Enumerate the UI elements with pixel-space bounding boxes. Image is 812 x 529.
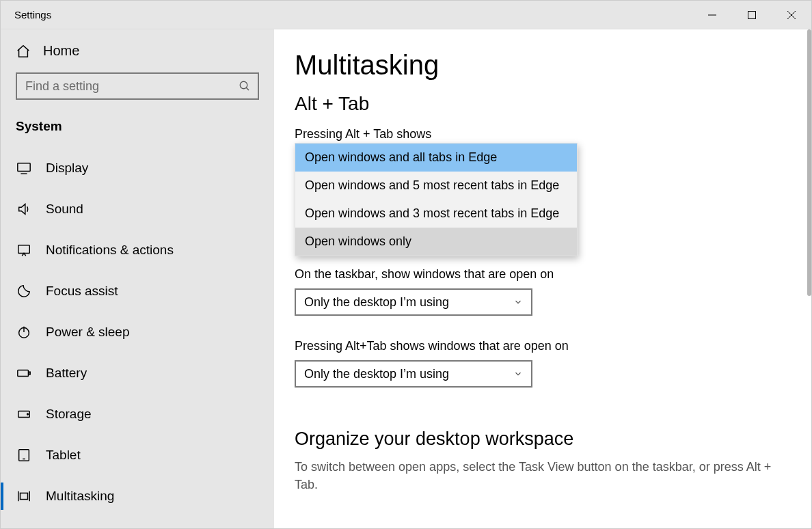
alttab-windows-field-label: Pressing Alt+Tab shows windows that are … — [295, 339, 787, 353]
sidebar-item-notifications[interactable]: Notifications & actions — [1, 230, 274, 271]
battery-icon — [16, 366, 32, 381]
sidebar-item-label: Notifications & actions — [46, 243, 174, 258]
notifications-icon — [16, 243, 32, 258]
sidebar-item-label: Multitasking — [46, 489, 114, 504]
tablet-icon — [16, 448, 32, 463]
alttab-windows-select[interactable]: Only the desktop I’m using — [295, 360, 532, 388]
scrollbar-thumb[interactable] — [807, 29, 811, 296]
minimize-button[interactable] — [692, 1, 732, 29]
sidebar-item-label: Focus assist — [46, 284, 118, 299]
sound-icon — [16, 202, 32, 217]
sidebar-item-label: Storage — [46, 407, 92, 422]
svg-rect-11 — [18, 370, 29, 376]
close-button[interactable] — [772, 1, 811, 29]
main-pane: Multitasking Alt + Tab Pressing Alt + Ta… — [274, 29, 811, 528]
sidebar-home-label: Home — [43, 43, 79, 59]
alttab-windows-select-value: Only the desktop I’m using — [304, 367, 449, 381]
sidebar-item-label: Sound — [46, 202, 83, 217]
window-body: Home System Display — [1, 29, 811, 528]
svg-rect-12 — [29, 372, 30, 375]
sidebar-item-focus-assist[interactable]: Focus assist — [1, 271, 274, 312]
dropdown-option[interactable]: Open windows and all tabs in Edge — [295, 144, 577, 172]
alt-tab-dropdown[interactable]: Open windows and all tabs in Edge Open w… — [295, 143, 578, 256]
power-icon — [16, 325, 32, 340]
scrollbar[interactable] — [807, 29, 811, 528]
sidebar-item-tablet[interactable]: Tablet — [1, 435, 274, 476]
sidebar: Home System Display — [1, 29, 274, 528]
svg-point-14 — [27, 413, 29, 415]
organize-body: To switch between open apps, select the … — [295, 458, 787, 493]
sidebar-item-sound[interactable]: Sound — [1, 189, 274, 230]
sidebar-item-multitasking[interactable]: Multitasking — [1, 476, 274, 517]
svg-rect-8 — [18, 245, 30, 254]
main-content: Multitasking Alt + Tab Pressing Alt + Ta… — [274, 29, 807, 528]
sidebar-item-label: Display — [46, 161, 88, 176]
window-title: Settings — [14, 9, 51, 21]
svg-rect-19 — [21, 493, 28, 499]
alt-tab-heading: Alt + Tab — [295, 93, 787, 115]
search-icon — [239, 80, 251, 92]
dropdown-option[interactable]: Open windows and 3 most recent tabs in E… — [295, 200, 577, 228]
sidebar-item-display[interactable]: Display — [1, 148, 274, 189]
chevron-down-icon — [513, 369, 523, 379]
sidebar-item-power-sleep[interactable]: Power & sleep — [1, 312, 274, 353]
svg-rect-1 — [748, 11, 756, 18]
home-icon — [16, 44, 31, 59]
alt-tab-field-label: Pressing Alt + Tab shows — [295, 127, 787, 141]
sidebar-item-storage[interactable]: Storage — [1, 394, 274, 435]
svg-point-4 — [240, 81, 247, 89]
dropdown-option[interactable]: Open windows and 5 most recent tabs in E… — [295, 172, 577, 200]
sidebar-item-battery[interactable]: Battery — [1, 353, 274, 394]
sidebar-item-label: Tablet — [46, 448, 81, 463]
taskbar-field-label: On the taskbar, show windows that are op… — [295, 267, 787, 282]
display-icon — [16, 161, 32, 176]
svg-rect-6 — [18, 163, 30, 172]
sidebar-item-label: Power & sleep — [46, 325, 130, 340]
taskbar-select-value: Only the desktop I’m using — [304, 295, 449, 310]
search-box[interactable] — [16, 72, 259, 100]
sidebar-section-title: System — [1, 112, 274, 148]
multitasking-icon — [16, 489, 32, 504]
taskbar-select[interactable]: Only the desktop I’m using — [295, 288, 532, 316]
organize-heading: Organize your desktop workspace — [295, 429, 787, 450]
settings-window: Settings Home — [0, 0, 812, 529]
sidebar-home[interactable]: Home — [1, 29, 274, 72]
title-bar: Settings — [1, 1, 811, 29]
chevron-down-icon — [513, 297, 523, 307]
search-input[interactable] — [25, 79, 239, 94]
svg-line-5 — [246, 87, 249, 90]
maximize-button[interactable] — [732, 1, 772, 29]
window-controls — [692, 1, 811, 29]
sidebar-nav: Display Sound Notifications & actions — [1, 148, 274, 517]
dropdown-option[interactable]: Open windows only — [295, 228, 577, 256]
storage-icon — [16, 407, 32, 422]
page-title: Multitasking — [295, 50, 787, 81]
sidebar-item-label: Battery — [46, 366, 87, 381]
focus-assist-icon — [16, 284, 32, 299]
